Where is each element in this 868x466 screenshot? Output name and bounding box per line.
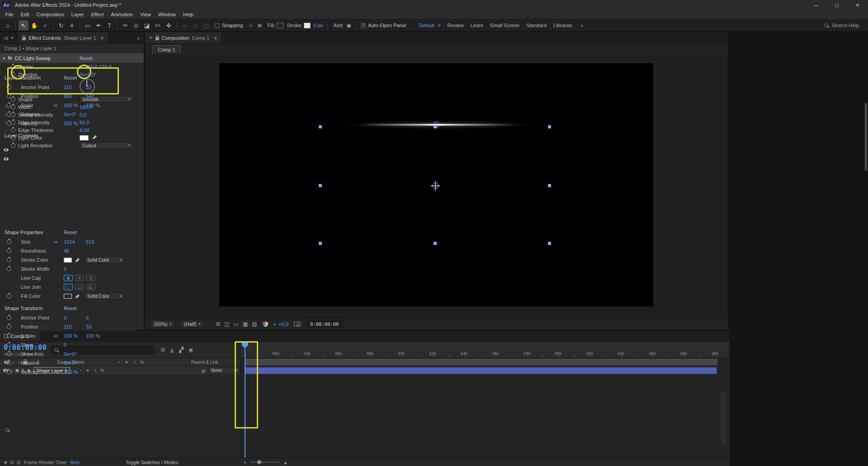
reset-effect-button[interactable]: Reset xyxy=(80,56,93,61)
track-area[interactable] xyxy=(241,366,730,458)
stopwatch-icon[interactable] xyxy=(7,267,11,271)
shape-anchor-y[interactable]: 0 xyxy=(86,315,89,320)
timeline-scrollbar[interactable] xyxy=(721,391,726,446)
stopwatch-icon[interactable] xyxy=(7,94,11,99)
pan-behind-tool[interactable]: ✛ xyxy=(67,20,77,30)
stopwatch-icon[interactable] xyxy=(7,352,11,356)
line-cap-projecting-button[interactable]: ▯ xyxy=(86,275,95,281)
panel-menu-icon[interactable]: ≡ xyxy=(101,35,104,41)
line-join-bevel-button[interactable]: ◺ xyxy=(86,284,95,290)
shape-position-y[interactable]: 33 xyxy=(86,324,91,329)
fill-color-swatch[interactable] xyxy=(64,294,72,299)
light-reception-dropdown[interactable]: Cutout ▾ xyxy=(80,142,133,149)
composition-canvas[interactable] xyxy=(219,63,653,306)
shape-position-x[interactable]: 115 xyxy=(64,324,72,329)
project-tab[interactable]: ct ✕ xyxy=(0,32,18,43)
guides-icon[interactable]: ▤ xyxy=(252,321,257,327)
workspace-review[interactable]: Review xyxy=(448,23,464,28)
render-icon[interactable]: ▥ xyxy=(16,460,20,465)
stopwatch-icon[interactable] xyxy=(7,258,11,262)
collapse-caret-icon[interactable]: ▾ xyxy=(3,56,5,61)
stopwatch-icon[interactable] xyxy=(7,240,11,244)
composition-tab[interactable]: ✕ Composition Comp 1 ≡ xyxy=(145,32,221,43)
stroke-fill-type-dropdown[interactable]: Solid Color ▾ xyxy=(85,256,124,264)
menu-layer[interactable]: Layer xyxy=(68,12,88,17)
menu-view[interactable]: View xyxy=(137,12,155,17)
reset-layer-transform-button[interactable]: Reset xyxy=(64,75,77,80)
flowchart-icon[interactable]: ▤ xyxy=(10,460,14,465)
menu-effect[interactable]: Effect xyxy=(87,12,107,17)
effect-controls-tab[interactable]: Effect Controls Shape Layer 1 ≡ xyxy=(18,32,108,43)
menu-composition[interactable]: Composition xyxy=(33,12,68,17)
size-x[interactable]: 1014 xyxy=(64,239,75,245)
shape-properties-header[interactable]: Shape Properties Reset xyxy=(0,227,136,237)
stroke-width-value[interactable]: 0 xyxy=(64,266,66,272)
type-tool[interactable]: T xyxy=(104,20,114,30)
panel-scrollbar[interactable] xyxy=(865,103,867,171)
snapping-checkbox[interactable] xyxy=(215,23,220,28)
stopwatch-icon[interactable] xyxy=(7,112,11,117)
panel-menu-icon[interactable]: ≡ xyxy=(214,35,217,41)
mask-option-3-tool[interactable]: ◫ xyxy=(201,20,211,30)
close-button[interactable]: ✕ xyxy=(847,0,868,10)
panel-overflow-icon[interactable]: » xyxy=(133,32,144,43)
region-of-interest-icon[interactable]: ▭ xyxy=(234,321,239,327)
workspace-small-screen[interactable]: Small Screen xyxy=(490,23,519,28)
stopwatch-icon[interactable] xyxy=(7,315,11,320)
skew-value[interactable]: 0 xyxy=(64,342,66,348)
mask-option-1-tool[interactable]: ▱ xyxy=(179,20,189,30)
stopwatch-icon[interactable] xyxy=(11,143,15,148)
stopwatch-icon[interactable] xyxy=(7,370,11,374)
eraser-tool[interactable]: ◪ xyxy=(142,20,152,30)
skew-axis-value[interactable]: 0x+0° xyxy=(64,351,77,357)
fx-column-icon[interactable]: fx xyxy=(141,360,144,365)
menu-window[interactable]: Window xyxy=(155,12,179,17)
stroke-width-value[interactable]: 0 px xyxy=(313,23,323,28)
shape-handle-top-center[interactable] xyxy=(434,125,437,128)
link-icon[interactable]: ∞ xyxy=(54,239,58,245)
shape-handle-top-right[interactable] xyxy=(548,125,551,128)
stopwatch-icon[interactable] xyxy=(11,65,15,69)
stopwatch-icon[interactable] xyxy=(7,343,11,347)
menu-help[interactable]: Help xyxy=(179,12,197,17)
draft-3d-icon[interactable]: ◭ xyxy=(170,347,174,353)
position-y[interactable]: 540 xyxy=(86,94,94,99)
stopwatch-icon[interactable] xyxy=(7,85,11,89)
roto-brush-tool[interactable]: ✄ xyxy=(153,20,163,30)
zoom-in-icon[interactable]: ▲ xyxy=(283,460,288,465)
stopwatch-icon[interactable] xyxy=(7,361,11,365)
puppet-pin-tool[interactable]: ✜ xyxy=(164,20,174,30)
transparency-grid-icon[interactable]: ▦ xyxy=(243,321,248,327)
shape-handle-bottom-right[interactable] xyxy=(548,242,551,245)
timeline-track-pane[interactable]: 02s04s06s08s10s12s14s16s18s20s22s24s26s2… xyxy=(241,342,730,458)
resolution-dropdown[interactable]: (Half) ▾ xyxy=(180,320,204,328)
layer-transform-header[interactable]: Layer Transform Reset xyxy=(0,73,136,83)
anchor-point-gizmo[interactable] xyxy=(432,183,439,189)
shape-handle-mid-right[interactable] xyxy=(548,184,551,187)
mask-option-2-tool[interactable]: ◇ xyxy=(190,20,200,30)
effect-header[interactable]: ▾ fx CC Light Sweep Reset xyxy=(0,53,144,63)
rectangle-tool[interactable]: ▭ xyxy=(83,20,93,30)
composition-viewer[interactable] xyxy=(145,55,728,318)
line-cap-butt-button[interactable]: ▮ xyxy=(64,275,73,281)
exposure-control[interactable]: ◐ +0,0 xyxy=(274,321,288,327)
parent-dropdown[interactable]: None ▾ xyxy=(208,367,240,374)
shape-handle-mid-left[interactable] xyxy=(319,184,322,187)
reset-shape-properties-button[interactable]: Reset xyxy=(64,230,77,235)
line-join-miter-button[interactable]: ∟ xyxy=(64,284,73,290)
fill-type-dropdown[interactable]: Solid Color ▾ xyxy=(85,292,124,300)
size-y[interactable]: 518 xyxy=(86,239,94,245)
workspace-standard[interactable]: Standard xyxy=(526,23,547,28)
comp-viewer-tab[interactable]: Comp 1 xyxy=(152,45,181,54)
snap-option-a-icon[interactable]: ⊹ xyxy=(247,20,255,30)
pen-tool[interactable]: ✒ xyxy=(94,20,104,30)
frame-blend-icon[interactable]: ▞ xyxy=(179,347,184,353)
shape-scale-x[interactable]: 100 % xyxy=(64,333,78,339)
opacity-value[interactable]: 100 % xyxy=(64,121,78,126)
shape-handle-top-left[interactable] xyxy=(319,125,322,128)
stopwatch-icon[interactable] xyxy=(7,294,11,298)
zoom-slider-thumb[interactable] xyxy=(257,460,261,464)
minimize-button[interactable]: — xyxy=(806,0,826,10)
menu-animation[interactable]: Animation xyxy=(107,12,137,17)
parent-link-header[interactable]: Parent & Link xyxy=(191,360,218,365)
